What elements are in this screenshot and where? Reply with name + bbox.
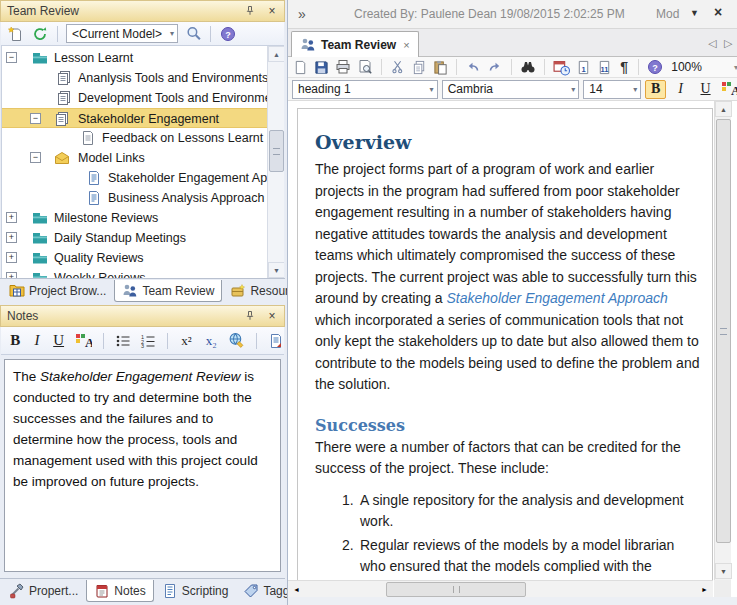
tree-item-daily-standup[interactable]: + Daily Standup Meetings xyxy=(2,228,267,248)
tab-project-browser[interactable]: Project Brow... xyxy=(2,280,113,301)
font-color-icon[interactable]: A xyxy=(74,332,92,350)
zoom-level-value[interactable]: 100% xyxy=(671,60,702,74)
find-binoculars-icon[interactable] xyxy=(520,59,536,76)
scrollbar-thumb[interactable] xyxy=(716,119,731,543)
collapse-icon[interactable]: − xyxy=(6,52,17,63)
paste-icon[interactable] xyxy=(433,59,448,76)
tree-item-model-links[interactable]: − Model Links xyxy=(2,148,267,168)
expand-icon[interactable]: + xyxy=(6,252,17,263)
subscript-button[interactable]: x₂ xyxy=(203,333,219,349)
toolbar-separator xyxy=(381,59,382,75)
search-icon[interactable] xyxy=(184,25,202,43)
bold-button[interactable]: B xyxy=(645,80,666,99)
team-review-people-icon xyxy=(300,37,316,53)
print-preview-icon[interactable] xyxy=(357,59,373,76)
document-editor-area[interactable]: Overview The project forms part of a pro… xyxy=(288,101,737,605)
close-icon[interactable]: × xyxy=(264,3,280,19)
italic-button[interactable]: I xyxy=(670,80,691,99)
cut-icon[interactable] xyxy=(390,59,405,76)
tree-item-se-approach[interactable]: Stakeholder Engagement Approach xyxy=(2,168,267,188)
tree-vertical-scrollbar[interactable]: ▲ ▼ xyxy=(267,46,284,278)
document-horizontal-scrollbar[interactable]: ◄ ► xyxy=(288,580,713,597)
tree-item-ba-approach[interactable]: Business Analysis Approach xyxy=(2,188,267,208)
underline-button[interactable]: U xyxy=(695,80,716,99)
scroll-up-icon[interactable]: ▲ xyxy=(715,101,732,117)
font-family-combo[interactable]: Cambria ▾ xyxy=(442,80,580,99)
tab-scripting[interactable]: Scripting xyxy=(155,580,236,601)
close-icon[interactable]: × xyxy=(264,308,280,324)
insert-page-count-icon[interactable]: 11 xyxy=(597,59,612,76)
scroll-left-icon[interactable]: ◄ xyxy=(288,581,305,598)
help-icon[interactable]: ? xyxy=(647,59,663,76)
tree-item-development-tools[interactable]: Development Tools and Environments xyxy=(2,88,267,108)
insert-datetime-icon[interactable] xyxy=(553,59,570,76)
notes-text-area[interactable]: The Stakeholder Engagement Review is con… xyxy=(4,359,281,572)
bullet-list-icon[interactable] xyxy=(115,332,131,350)
pin-icon[interactable] xyxy=(242,3,258,19)
copy-icon[interactable] xyxy=(411,59,426,76)
tab-team-review-document[interactable]: Team Review × xyxy=(291,31,419,57)
print-icon[interactable] xyxy=(335,59,351,76)
save-icon[interactable] xyxy=(314,59,329,76)
chevron-down-icon[interactable]: ▼ xyxy=(690,8,699,18)
expand-icon[interactable]: + xyxy=(6,232,17,243)
document-vertical-scrollbar[interactable]: ▲ ▼ xyxy=(714,101,731,580)
scrollbar-thumb[interactable] xyxy=(269,130,284,172)
tree-item-analysis-tools[interactable]: Ananlysis Tools and Environments xyxy=(2,68,267,88)
hyperlink-globe-icon[interactable] xyxy=(228,332,245,350)
superscript-button[interactable]: x² xyxy=(179,333,195,349)
italic-button[interactable]: I xyxy=(31,332,44,349)
scroll-down-icon[interactable]: ▼ xyxy=(268,262,284,278)
stakeholder-engagement-approach-link[interactable]: Stakeholder Engagement Approach xyxy=(447,290,668,306)
tree-item-quality-reviews[interactable]: + Quality Reviews xyxy=(2,248,267,268)
tab-scroll-left-icon[interactable]: ◁ xyxy=(708,37,716,50)
new-topic-icon[interactable] xyxy=(7,25,25,43)
linked-document-icon xyxy=(86,190,102,206)
undo-icon[interactable] xyxy=(465,59,481,76)
collapse-icon[interactable]: − xyxy=(30,113,41,124)
paragraph-style-value: heading 1 xyxy=(298,82,351,96)
font-size-combo[interactable]: 14 ▾ xyxy=(583,80,641,99)
pin-icon[interactable] xyxy=(242,308,258,324)
toolbar-separator xyxy=(167,333,168,349)
document-page[interactable]: Overview The project forms part of a pro… xyxy=(297,108,713,605)
scroll-right-icon[interactable]: ► xyxy=(696,581,713,598)
collapse-icon[interactable]: − xyxy=(30,152,41,163)
notes-text-emphasis: Stakeholder Engagement Review xyxy=(40,369,240,384)
close-tab-icon[interactable]: × xyxy=(403,39,409,51)
underline-button[interactable]: U xyxy=(52,332,65,349)
tab-notes[interactable]: Notes xyxy=(86,580,153,602)
tree-item-label: Quality Reviews xyxy=(54,251,144,265)
tree-item-lesson-learnt[interactable]: − Lesson Learnt xyxy=(2,48,267,68)
scrollbar-corner xyxy=(714,580,731,597)
redo-icon[interactable] xyxy=(487,59,503,76)
refresh-icon[interactable] xyxy=(31,25,49,43)
scrollbar-thumb[interactable] xyxy=(386,582,526,597)
expand-icon[interactable]: + xyxy=(6,212,17,223)
pilcrow-icon[interactable]: ¶ xyxy=(618,59,631,75)
document-icon xyxy=(80,130,96,146)
tab-properties[interactable]: Propert... xyxy=(2,580,85,601)
tab-team-review[interactable]: Team Review xyxy=(114,280,222,302)
help-icon[interactable]: ? xyxy=(219,25,237,43)
linked-document-icon[interactable] xyxy=(268,332,284,350)
paragraph-style-combo[interactable]: heading 1 ▾ xyxy=(292,80,438,99)
new-document-icon[interactable] xyxy=(293,59,308,76)
bold-button[interactable]: B xyxy=(9,332,22,349)
tree-item-milestone-reviews[interactable]: + Milestone Reviews xyxy=(2,208,267,228)
close-icon[interactable]: × xyxy=(714,4,722,20)
numbered-list-icon[interactable]: 123 xyxy=(140,332,156,350)
tree-item-feedback[interactable]: Feedback on Lessons Learnt xyxy=(2,128,267,148)
left-dock-tabstrip: Project Brow... Team Review Resources xyxy=(0,278,285,302)
tab-scroll-right-icon[interactable]: ▷ xyxy=(724,37,732,50)
insert-page-number-icon[interactable]: 1 xyxy=(576,59,591,76)
tree-item-weekly-reviews[interactable]: + Weekly Reviews xyxy=(2,268,267,278)
font-color-icon[interactable]: A xyxy=(720,80,737,98)
model-selector-combo[interactable]: <Current Model> ▾ xyxy=(66,24,178,43)
scroll-up-icon[interactable]: ▲ xyxy=(268,46,284,62)
scroll-down-icon[interactable]: ▼ xyxy=(715,563,732,579)
envelope-icon xyxy=(54,150,70,166)
chevrons-icon[interactable]: » xyxy=(298,6,306,22)
font-family-value: Cambria xyxy=(448,82,493,96)
tree-item-stakeholder-engagement[interactable]: − Stakeholder Engagement xyxy=(2,108,267,128)
